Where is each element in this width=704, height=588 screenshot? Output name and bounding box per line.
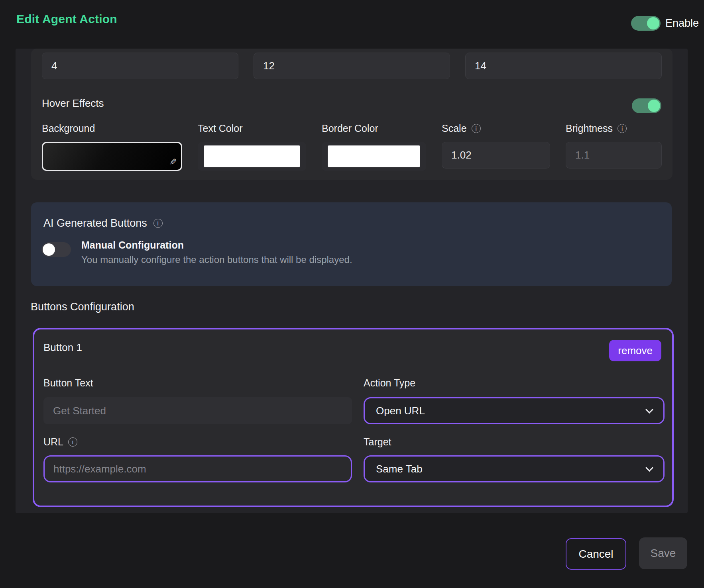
toggle-knob: [43, 243, 55, 256]
text-color-swatch[interactable]: [198, 142, 306, 171]
scale-info-icon[interactable]: i: [472, 124, 481, 133]
manual-configuration-toggle[interactable]: [41, 242, 71, 257]
url-input[interactable]: [43, 455, 352, 482]
button1-config-panel: Button 1 remove Button Text Action Type …: [33, 328, 674, 507]
edit-agent-action-modal: Edit Agent Action Enable Hover Effects B…: [0, 0, 704, 588]
brightness-input[interactable]: [566, 142, 662, 169]
action-type-label: Action Type: [364, 377, 665, 389]
toggle-knob: [647, 17, 659, 29]
buttons-configuration-heading: Buttons Configuration: [31, 301, 134, 313]
enable-label: Enable: [665, 17, 699, 29]
pencil-icon: ✎: [169, 157, 177, 167]
button1-title: Button 1: [43, 341, 82, 354]
hover-effects-label: Hover Effects: [42, 97, 104, 110]
background-label: Background: [42, 123, 182, 134]
hover-effects-toggle[interactable]: [632, 98, 661, 113]
brightness-info-icon[interactable]: i: [617, 124, 627, 133]
enable-toggle[interactable]: [631, 16, 661, 31]
divider: [43, 369, 661, 369]
size-input-2[interactable]: [254, 53, 450, 79]
button-text-label: Button Text: [43, 377, 352, 389]
manual-configuration-label: Manual Configuration: [81, 239, 184, 251]
target-label: Target: [364, 436, 665, 448]
button-text-input[interactable]: [43, 397, 352, 424]
url-info-icon[interactable]: i: [68, 437, 77, 447]
hover-fields-labels: Background Text Color Border Color Scale…: [42, 123, 662, 134]
size-inputs-row: [42, 53, 662, 79]
size-input-1[interactable]: [42, 53, 238, 79]
border-color-value: [328, 145, 420, 167]
border-color-swatch[interactable]: [322, 142, 426, 171]
size-input-3[interactable]: [465, 53, 662, 79]
action-type-select[interactable]: Open URL: [364, 397, 665, 424]
action-type-value: Open URL: [376, 405, 425, 417]
brightness-label: Brightnessi: [566, 123, 662, 134]
page-title: Edit Agent Action: [16, 12, 117, 26]
chevron-down-icon: [645, 406, 653, 414]
border-color-label: Border Color: [322, 123, 426, 134]
target-value: Same Tab: [376, 463, 423, 475]
cancel-button[interactable]: Cancel: [566, 538, 626, 570]
scale-input[interactable]: [442, 142, 550, 169]
text-color-value: [204, 145, 300, 167]
background-color-swatch[interactable]: ✎: [42, 142, 182, 171]
manual-configuration-description: You manually configure the action button…: [81, 254, 352, 265]
style-settings-card: Hover Effects Background Text Color Bord…: [31, 49, 673, 180]
ai-generated-buttons-panel: AI Generated Buttons i Manual Configurat…: [31, 202, 672, 286]
remove-button[interactable]: remove: [609, 340, 661, 361]
text-color-label: Text Color: [198, 123, 306, 134]
ai-buttons-info-icon[interactable]: i: [153, 219, 163, 228]
toggle-knob: [648, 100, 660, 112]
hover-fields-controls: ✎: [42, 142, 662, 171]
ai-buttons-heading: AI Generated Buttons i: [43, 217, 163, 229]
target-select[interactable]: Same Tab: [364, 455, 665, 482]
chevron-down-icon: [645, 464, 653, 472]
url-label: URL i: [43, 436, 352, 448]
enable-toggle-group: Enable: [631, 16, 699, 31]
modal-body: Hover Effects Background Text Color Bord…: [16, 49, 688, 513]
save-button[interactable]: Save: [639, 537, 687, 569]
scale-label: Scalei: [442, 123, 550, 134]
